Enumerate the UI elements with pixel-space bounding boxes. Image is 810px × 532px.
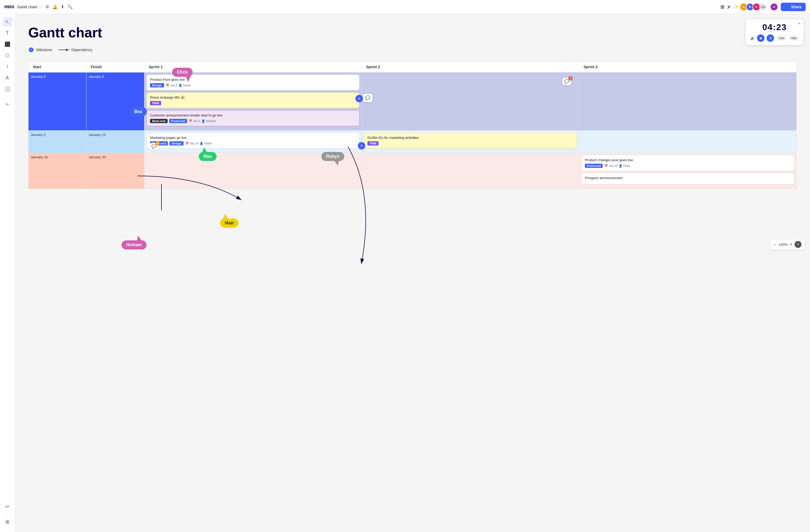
dependency-label: Dependency xyxy=(71,48,93,52)
dependency-legend: Dependency xyxy=(59,48,93,52)
timer-close-button[interactable]: ✕ xyxy=(798,21,801,26)
star-icon[interactable]: ☆ xyxy=(39,5,42,9)
timer-pause-button[interactable]: ⏸ xyxy=(766,34,774,42)
more-tools[interactable]: ≫ xyxy=(3,99,12,109)
help-button[interactable]: ? xyxy=(795,241,801,248)
apps-icon[interactable]: ⊞ xyxy=(720,4,725,10)
task-card-go-nogo[interactable]: Go/No-Go for marketing activities PMM xyxy=(364,133,577,148)
share-label: Share xyxy=(791,5,801,9)
tag-pmm: PMM xyxy=(368,141,378,146)
legend: + Milestone Dependency xyxy=(28,47,797,53)
milestone-label: Milestone xyxy=(36,48,52,52)
avatar-count: +12 xyxy=(759,3,766,11)
pen-tool[interactable]: / xyxy=(3,62,12,71)
add-task-button[interactable]: + xyxy=(355,95,363,102)
zoom-in-button[interactable]: + xyxy=(790,242,792,247)
shapes-tool[interactable]: ⬡ xyxy=(3,51,12,60)
miro-logo: miro xyxy=(4,4,14,10)
task-card-press-embargo[interactable]: Press embargo lifts 🎉 PMM + 💬 xyxy=(147,93,359,108)
search-icon[interactable]: 🔍 xyxy=(67,4,73,9)
comment-bubble-3[interactable]: 💬 4 xyxy=(150,143,158,150)
frame-tool[interactable]: ⬜ xyxy=(3,84,12,94)
row1-start: January 2 xyxy=(29,72,86,131)
filter-icon[interactable]: ⊁ xyxy=(727,4,731,9)
task-card-product-hunt[interactable]: Product Hunt goes live Design 📅 Jan 5 👤 … xyxy=(147,75,359,90)
comment-bubble-2[interactable]: 💬 3 xyxy=(563,78,571,85)
task-title: Go/No-Go for marketing activities xyxy=(368,136,573,140)
task-meta: 📅 Jun 5 👤 Hisham xyxy=(189,119,216,123)
task-tags: PMM xyxy=(368,141,573,146)
text-tool[interactable]: T xyxy=(3,28,12,38)
task-title: Customer announcement emails start to go… xyxy=(150,113,356,117)
calendar-icon: 📅 Jan 20 xyxy=(604,164,618,168)
milestone-legend: + Milestone xyxy=(28,47,52,53)
task-card-product-changes[interactable]: Product changes post goes live Front-end… xyxy=(581,155,794,171)
svg-marker-4 xyxy=(223,214,228,219)
task-card-prospect-announcement[interactable]: Prospect announcement xyxy=(581,173,794,184)
row1-sprint2: 💬 3 xyxy=(362,72,579,131)
calendar-icon: 📅 Jun 5 xyxy=(189,119,200,123)
timer-stop-button[interactable]: ■ xyxy=(757,34,764,42)
task-tags: Back-end Front-end 📅 Jun 5 👤 Hisham xyxy=(150,119,356,123)
comment-bubble-1[interactable]: 💬 xyxy=(363,94,372,102)
timer-widget: ✕ 04:23 🔊 ■ ⏸ +1m +5m xyxy=(746,19,804,45)
dependency-arrow xyxy=(59,50,69,50)
row1-finish: January 6 xyxy=(86,72,144,131)
row2-sprint3 xyxy=(579,131,797,153)
note-tool[interactable]: ⬛ xyxy=(3,39,12,49)
grid-view-button[interactable]: ⊞ xyxy=(3,517,12,527)
table-row: January 16 January 20 Product changes po… xyxy=(29,153,797,189)
board-inner: Gantt chart + Milestone Dependency xyxy=(15,14,810,254)
tag-frontend: Front-end xyxy=(585,164,603,168)
text2-tool[interactable]: A xyxy=(3,73,12,83)
row2-finish: January 13 xyxy=(86,131,144,153)
task-title: Prospect announcement xyxy=(585,176,791,180)
topbar-right: ⊞ ⊁ ✨ A B C +12 U 👤 Share xyxy=(720,3,806,11)
task-tags: PMM xyxy=(150,101,356,105)
timer-display: 04:23 xyxy=(762,22,787,32)
zoom-out-button[interactable]: − xyxy=(774,242,777,247)
timer-controls: 🔊 ■ ⏸ +1m +5m xyxy=(750,34,799,42)
left-toolbar: ↖ T ⬛ ⬡ / A ⬜ ≫ ↩ ⊞ xyxy=(0,14,15,532)
upload-icon[interactable]: ⬆ xyxy=(61,4,64,9)
bell-icon[interactable]: 🔔 xyxy=(52,4,58,9)
row2-sprint2: Go/No-Go for marketing activities PMM xyxy=(362,131,579,153)
col-start: Start xyxy=(29,62,86,72)
task-card-customer-announcement[interactable]: Customer announcement emails start to go… xyxy=(147,110,359,126)
zoom-level: 100% xyxy=(779,243,787,246)
gantt-title: Gantt chart xyxy=(28,25,797,41)
board-title-tab[interactable]: Gantt chart ☆ xyxy=(17,4,42,9)
col-finish: Finish xyxy=(86,62,144,72)
task-meta: 📅 Jan 5 👤 Sadie xyxy=(166,84,191,87)
gantt-table: Start Finish Sprint 1 Sprint 2 Sprint 3 … xyxy=(28,61,797,189)
row1-sprint3 xyxy=(579,72,797,131)
arrow-line xyxy=(59,50,69,50)
calendar-icon: 📅 Jan 5 xyxy=(166,84,177,87)
task-title: Press embargo lifts 🎉 xyxy=(150,95,356,99)
add-task-button-2[interactable]: + xyxy=(358,142,365,149)
undo-button[interactable]: ↩ xyxy=(3,502,12,512)
row3-finish: January 20 xyxy=(86,153,144,189)
timer-plus1-button[interactable]: +1m xyxy=(776,35,786,41)
reaction-icon[interactable]: ✨ xyxy=(733,4,739,9)
cursor-matt: Matt xyxy=(220,219,239,228)
main-layout: ↖ T ⬛ ⬡ / A ⬜ ≫ ↩ ⊞ ✕ 04:23 🔊 ■ ⏸ +1m +5… xyxy=(0,14,810,532)
bottom-bar: − 100% + ? xyxy=(771,239,805,249)
cursor-tool[interactable]: ↖ xyxy=(3,17,12,27)
tag-frontend: Front-end xyxy=(169,119,187,123)
board-name: Gantt chart xyxy=(17,4,37,9)
gantt-table-wrapper: Start Finish Sprint 1 Sprint 2 Sprint 3 … xyxy=(28,61,797,189)
share-icon: 👤 xyxy=(785,5,790,9)
share-button[interactable]: 👤 Share xyxy=(781,3,806,11)
row2-sprint1: Marketing pages go live Front-end Design… xyxy=(144,131,362,153)
current-user-avatar: U xyxy=(770,3,778,11)
task-meta: 📅 Jan 14 👤 Sadie xyxy=(185,142,212,145)
task-card-marketing-pages[interactable]: Marketing pages go live Front-end Design… xyxy=(147,133,359,148)
row3-start: January 16 xyxy=(29,153,86,189)
row3-sprint2 xyxy=(362,153,579,189)
timer-sound-icon[interactable]: 🔊 xyxy=(750,36,755,40)
comment-count: 3 xyxy=(568,76,572,80)
timer-plus5-button[interactable]: +5m xyxy=(789,35,799,41)
task-title: Product Hunt goes live xyxy=(150,78,356,82)
settings-icon[interactable]: ⚙ xyxy=(45,4,49,9)
